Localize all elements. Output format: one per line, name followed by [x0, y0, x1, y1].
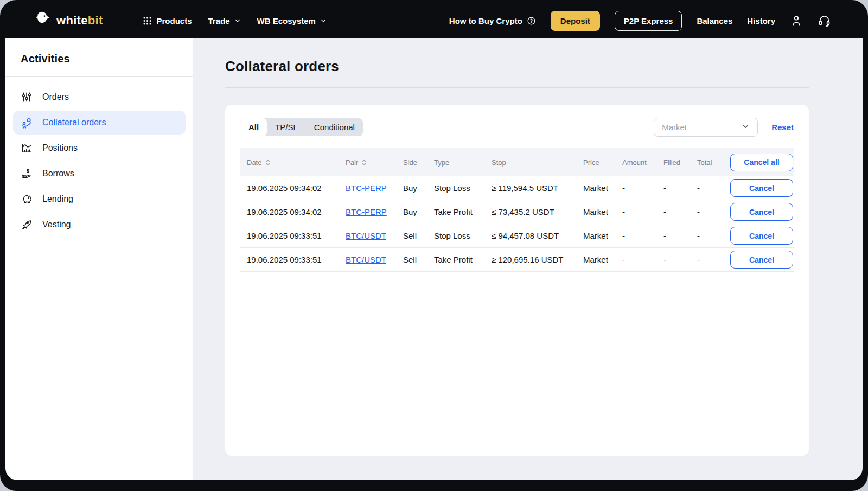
sidebar-item-label: Orders — [42, 92, 69, 102]
sort-icon[interactable] — [265, 159, 271, 166]
window-frame: whitebit Products Trade — [0, 0, 868, 491]
whitebit-bird-icon — [34, 10, 52, 31]
tab-conditional[interactable]: Conditional — [306, 118, 363, 136]
tab-all[interactable]: All — [240, 118, 267, 136]
cell-total: - — [697, 183, 728, 193]
nav-wb-ecosystem[interactable]: WB Ecosystem — [257, 16, 327, 25]
cell-type: Stop Loss — [434, 183, 492, 193]
lending-piggy-icon — [20, 193, 33, 206]
question-circle-icon — [527, 16, 536, 25]
sidebar-title: Activities — [21, 53, 178, 65]
nav-products-label: Products — [157, 16, 192, 25]
column-header-date[interactable]: Date — [247, 158, 346, 167]
sort-icon[interactable] — [361, 159, 367, 166]
collateral-orders-table: Date Pair Side Type Stop Price Amount Fi… — [240, 148, 794, 272]
cell-stop: ≥ 120,695.16 USDT — [492, 255, 583, 264]
cancel-button[interactable]: Cancel — [730, 203, 793, 221]
cell-side: Sell — [403, 255, 434, 264]
sidebar-item-label: Lending — [42, 194, 73, 204]
sidebar-item-borrows[interactable]: Borrows — [13, 162, 186, 186]
collateral-orders-icon — [20, 116, 33, 129]
cell-side: Sell — [403, 231, 434, 240]
column-header-filled: Filled — [663, 158, 697, 167]
table-row: 19.06.2025 09:34:02 BTC-PERP Buy Stop Lo… — [240, 176, 794, 200]
cell-amount: - — [622, 207, 663, 216]
nav-wb-ecosystem-label: WB Ecosystem — [257, 16, 316, 25]
page-body: Activities Orders Collateral orders Posi… — [5, 38, 863, 480]
order-type-tabs: All TP/SL Conditional — [240, 118, 363, 136]
main-content: Collateral orders All TP/SL Conditional … — [193, 38, 863, 480]
sidebar-item-collateral-orders[interactable]: Collateral orders — [13, 111, 186, 135]
nav-balances[interactable]: Balances — [697, 16, 732, 25]
pair-link[interactable]: BTC/USDT — [346, 255, 386, 264]
navbar-left: whitebit Products Trade — [34, 10, 327, 31]
vesting-rocket-icon — [20, 218, 33, 231]
sidebar-item-orders[interactable]: Orders — [13, 85, 186, 109]
cell-amount: - — [622, 183, 663, 193]
sidebar-item-vesting[interactable]: Vesting — [13, 213, 186, 237]
navbar-right: How to Buy Crypto Deposit P2P Express Ba… — [449, 11, 831, 31]
table-body: 19.06.2025 09:34:02 BTC-PERP Buy Stop Lo… — [240, 176, 794, 272]
cancel-button[interactable]: Cancel — [730, 227, 793, 245]
positions-chart-icon — [20, 142, 33, 155]
cell-type: Take Profit — [434, 207, 492, 216]
title-divider — [225, 87, 809, 88]
grid-icon — [142, 16, 152, 26]
cancel-button[interactable]: Cancel — [730, 251, 793, 269]
page-title: Collateral orders — [225, 58, 863, 75]
table-row: 19.06.2025 09:33:51 BTC/USDT Sell Take P… — [240, 248, 794, 272]
column-header-price: Price — [583, 158, 622, 167]
pair-link[interactable]: BTC-PERP — [346, 183, 387, 193]
cell-side: Buy — [403, 183, 434, 193]
user-profile-icon[interactable] — [790, 14, 803, 27]
nav-how-to-buy[interactable]: How to Buy Crypto — [449, 16, 536, 25]
column-header-type: Type — [434, 158, 492, 167]
cell-filled: - — [663, 207, 697, 216]
cell-date: 19.06.2025 09:33:51 — [247, 255, 346, 264]
nav-products[interactable]: Products — [142, 16, 192, 26]
cell-total: - — [697, 231, 728, 240]
reset-button[interactable]: Reset — [771, 123, 794, 132]
cell-stop: ≥ 119,594.5 USDT — [492, 183, 583, 193]
column-header-stop: Stop — [492, 158, 583, 167]
whitebit-logo[interactable]: whitebit — [34, 10, 103, 31]
chevron-down-icon — [320, 17, 327, 24]
borrows-hand-dollar-icon — [20, 167, 33, 180]
tab-tp-sl[interactable]: TP/SL — [267, 118, 306, 136]
table-row: 19.06.2025 09:33:51 BTC/USDT Sell Stop L… — [240, 224, 794, 248]
card-toolbar: All TP/SL Conditional Market Reset — [240, 118, 794, 137]
market-select[interactable]: Market — [654, 118, 758, 137]
p2p-express-button[interactable]: P2P Express — [615, 11, 682, 31]
support-headset-icon[interactable] — [818, 14, 831, 28]
sidebar-item-lending[interactable]: Lending — [13, 187, 186, 211]
cell-type: Stop Loss — [434, 231, 492, 240]
activities-sidebar: Activities Orders Collateral orders Posi… — [5, 38, 193, 480]
column-header-pair[interactable]: Pair — [346, 158, 403, 167]
column-header-action: Cancel all — [728, 154, 794, 171]
column-header-amount: Amount — [622, 158, 663, 167]
cancel-button[interactable]: Cancel — [730, 179, 793, 197]
cell-filled: - — [663, 255, 697, 264]
nav-trade[interactable]: Trade — [208, 16, 241, 25]
cancel-all-button[interactable]: Cancel all — [730, 154, 793, 171]
orders-card: All TP/SL Conditional Market Reset — [225, 105, 809, 456]
cell-total: - — [697, 255, 728, 264]
chevron-down-icon — [234, 17, 241, 24]
nav-history[interactable]: History — [747, 16, 775, 25]
pair-link[interactable]: BTC/USDT — [346, 231, 386, 240]
cell-price: Market — [583, 255, 622, 264]
top-navbar: whitebit Products Trade — [5, 0, 863, 38]
cell-date: 19.06.2025 09:34:02 — [247, 207, 346, 216]
cell-filled: - — [663, 183, 697, 193]
sidebar-item-positions[interactable]: Positions — [13, 136, 186, 160]
cell-filled: - — [663, 231, 697, 240]
filters: Market Reset — [654, 118, 794, 137]
cell-price: Market — [583, 231, 622, 240]
orders-sliders-icon — [20, 91, 33, 104]
cell-date: 19.06.2025 09:34:02 — [247, 183, 346, 193]
pair-link[interactable]: BTC-PERP — [346, 207, 387, 216]
cell-price: Market — [583, 207, 622, 216]
deposit-button[interactable]: Deposit — [551, 11, 600, 31]
nav-trade-label: Trade — [208, 16, 230, 25]
sidebar-nav: Orders Collateral orders Positions Borro… — [5, 77, 193, 237]
